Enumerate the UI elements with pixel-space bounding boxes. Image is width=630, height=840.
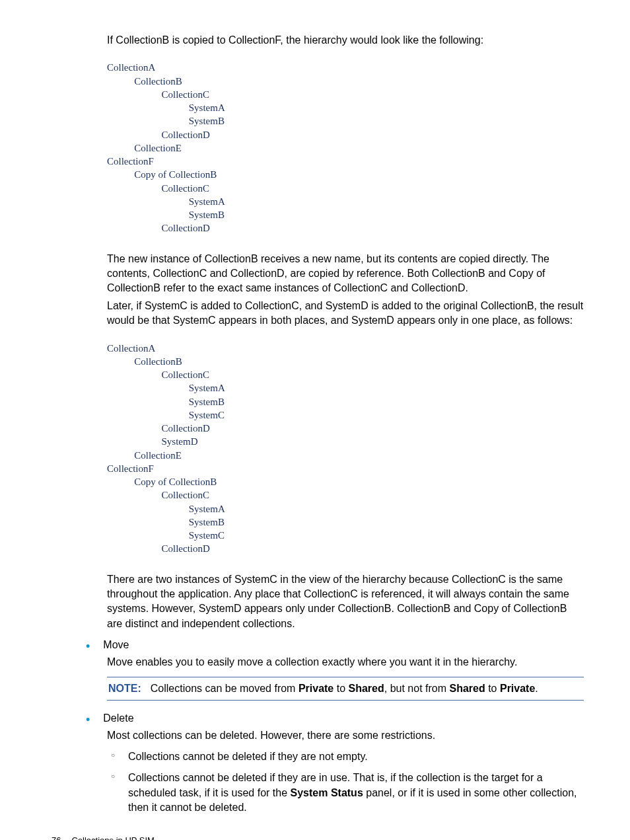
note-text: Collections can be moved from — [151, 683, 298, 694]
paragraph-1: The new instance of CollectionB receives… — [107, 252, 584, 296]
intro-paragraph: If CollectionB is copied to CollectionF,… — [107, 33, 584, 48]
sub-bullet-1-text: Collections cannot be deleted if they ar… — [128, 749, 584, 764]
tree-line: SystemB — [189, 517, 225, 527]
tree-line: SystemB — [189, 116, 225, 126]
tree-line: SystemD — [162, 436, 198, 447]
tree-line: CollectionA — [107, 62, 155, 73]
hierarchy-tree-2: CollectionA CollectionB CollectionC Syst… — [107, 342, 584, 556]
paragraph-2: Later, if SystemC is added to Collection… — [107, 299, 584, 328]
hierarchy-tree-1: CollectionA CollectionB CollectionC Syst… — [107, 61, 584, 235]
move-description: Move enables you to easily move a collec… — [107, 655, 584, 669]
circle-bullet-icon: ○ — [111, 749, 115, 761]
bullet-move: • Move — [86, 639, 584, 652]
tree-line: Copy of CollectionB — [134, 169, 217, 180]
tree-line: SystemC — [189, 530, 225, 541]
tree-line: CollectionF — [107, 156, 154, 167]
tree-line: CollectionE — [134, 143, 182, 153]
tree-line: SystemA — [189, 504, 225, 514]
sub-bullet-2: ○ Collections cannot be deleted if they … — [111, 771, 584, 815]
tree-line: SystemB — [189, 210, 225, 220]
tree-line: CollectionA — [107, 343, 155, 354]
document-page: If CollectionB is copied to CollectionF,… — [0, 0, 630, 840]
tree-line: SystemC — [189, 410, 225, 420]
tree-line: SystemA — [189, 102, 225, 113]
note-bold: Shared — [349, 683, 384, 694]
note-text: . — [535, 683, 538, 694]
sub-bullet-1: ○ Collections cannot be deleted if they … — [111, 749, 584, 764]
tree-line: CollectionF — [107, 463, 154, 474]
tree-line: CollectionB — [134, 76, 182, 87]
note-label: NOTE: — [108, 683, 141, 694]
tree-line: Copy of CollectionB — [134, 477, 217, 487]
sub-bullet-2-bold: System Status — [291, 787, 363, 798]
tree-line: CollectionD — [162, 543, 210, 554]
bullet-delete-title: Delete — [103, 712, 133, 724]
tree-line: CollectionB — [134, 356, 182, 367]
bullet-icon: • — [86, 640, 90, 652]
tree-line: SystemA — [189, 383, 225, 393]
tree-line: CollectionD — [162, 223, 210, 233]
tree-line: CollectionC — [162, 89, 210, 100]
tree-line: CollectionD — [162, 423, 210, 434]
tree-line: SystemB — [189, 397, 225, 407]
tree-line: SystemA — [189, 196, 225, 207]
tree-line: CollectionC — [162, 490, 210, 500]
circle-bullet-icon: ○ — [111, 771, 115, 783]
sub-bullet-2-text: Collections cannot be deleted if they ar… — [128, 771, 584, 815]
tree-line: CollectionD — [162, 130, 210, 140]
note-bold: Shared — [449, 683, 485, 694]
note-text: , but not from — [384, 683, 450, 694]
note-box: NOTE:Collections can be moved from Priva… — [107, 677, 584, 701]
bullet-icon: • — [86, 714, 90, 726]
note-bold: Private — [500, 683, 535, 694]
note-bold: Private — [298, 683, 333, 694]
paragraph-3: There are two instances of SystemC in th… — [107, 572, 584, 632]
delete-description: Most collections can be deleted. However… — [107, 728, 584, 743]
tree-line: CollectionE — [134, 450, 182, 461]
page-number: 76 — [52, 835, 61, 841]
bullet-move-title: Move — [103, 639, 129, 651]
note-text: to — [333, 683, 348, 694]
footer-title: Collections in HP SIM — [71, 835, 154, 841]
page-footer: 76Collections in HP SIM — [52, 835, 584, 841]
note-text: to — [485, 683, 500, 694]
tree-line: CollectionC — [162, 183, 210, 194]
bullet-delete: • Delete — [86, 712, 584, 726]
tree-line: CollectionC — [162, 369, 210, 380]
